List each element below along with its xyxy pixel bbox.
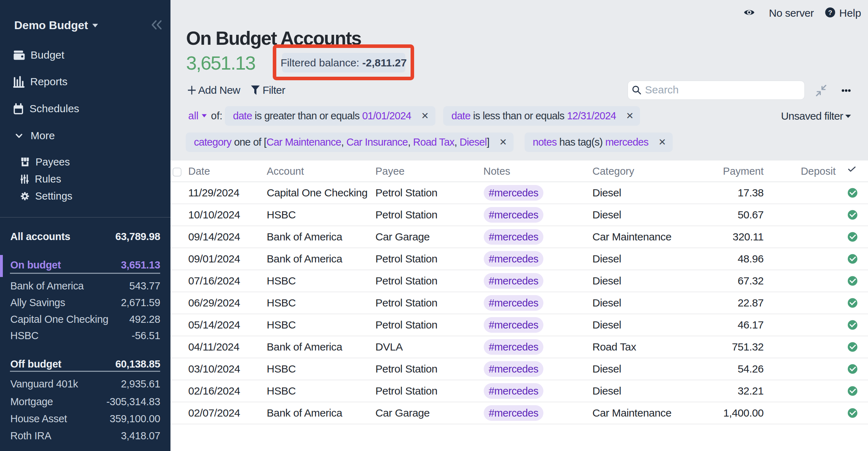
svg-text:?: ? xyxy=(828,9,832,16)
